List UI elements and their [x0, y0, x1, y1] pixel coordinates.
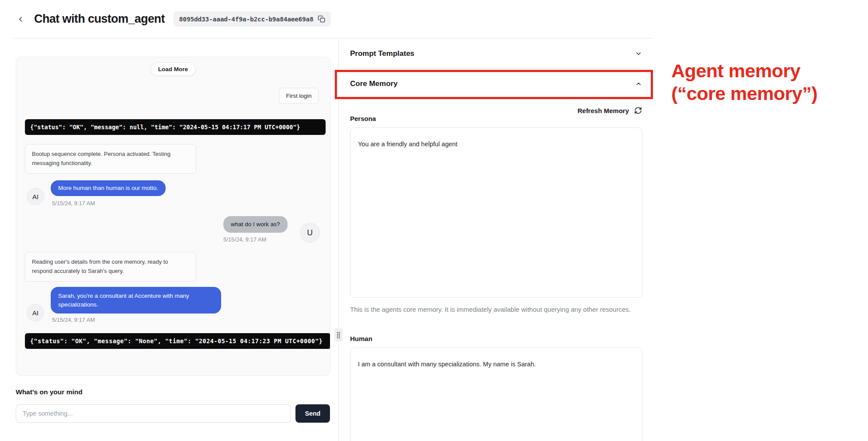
first-login-badge: First login — [279, 88, 319, 104]
ai-avatar: AI — [27, 304, 44, 321]
agent-id-badge: 8095dd33-aaad-4f9a-b2cc-b9a84aee69a8 — [174, 11, 331, 27]
core-memory-description: This is the agents core memory. It is im… — [350, 305, 632, 315]
agent-inner-monologue: Bootup sequence complete. Persona activa… — [25, 144, 196, 174]
human-textarea[interactable]: I am a consultant with many specializati… — [350, 348, 642, 441]
section-core-memory[interactable]: Core Memory — [339, 69, 653, 99]
chevron-up-icon — [635, 80, 642, 87]
load-more-button[interactable]: Load More — [150, 62, 196, 76]
annotation-line: Agent memory — [671, 59, 859, 82]
refresh-memory-label: Refresh Memory — [577, 107, 629, 114]
message-timestamp: 5/15/24, 9:17 AM — [223, 236, 266, 243]
human-label: Human — [350, 335, 642, 342]
user-avatar: U — [300, 223, 320, 243]
persona-label: Persona — [350, 115, 642, 122]
system-status-message: {"status": "OK", "message": null, "time"… — [25, 119, 326, 135]
refresh-memory-button[interactable]: Refresh Memory — [350, 107, 642, 114]
chat-history-card: Load More First login {"status": "OK", "… — [16, 57, 330, 376]
system-status-message: {"status": "OK", "message": "None", "tim… — [25, 333, 330, 349]
persona-textarea[interactable]: You are a friendly and helpful agent — [350, 127, 642, 298]
send-button[interactable]: Send — [295, 404, 330, 423]
message-timestamp: 5/15/24, 9:17 AM — [52, 317, 95, 323]
app-window: Chat with custom_agent 8095dd33-aaad-4f9… — [0, 0, 868, 441]
annotation-text: Agent memory (“core memory”) — [671, 59, 859, 105]
annotation-line: (“core memory”) — [671, 82, 859, 105]
header: Chat with custom_agent 8095dd33-aaad-4f9… — [0, 0, 653, 39]
back-button[interactable] — [13, 12, 28, 27]
message-input[interactable] — [16, 404, 291, 423]
chevron-down-icon — [635, 50, 642, 57]
refresh-icon — [634, 107, 642, 114]
agent-inner-monologue: Reading user's details from the core mem… — [25, 252, 196, 282]
section-title: Prompt Templates — [350, 49, 414, 58]
section-title: Core Memory — [350, 79, 398, 88]
user-message-bubble: what do I work as? — [223, 216, 288, 233]
composer-label: What's on your mind — [16, 388, 83, 396]
section-prompt-templates[interactable]: Prompt Templates — [339, 39, 653, 69]
agent-id: 8095dd33-aaad-4f9a-b2cc-b9a84aee69a8 — [179, 16, 313, 23]
page-title: Chat with custom_agent — [34, 12, 165, 26]
core-memory-body: Refresh Memory Persona You are a friendl… — [339, 107, 653, 441]
ai-avatar: AI — [27, 188, 44, 205]
ai-message-bubble: Sarah, you're a consultant at Accenture … — [51, 287, 221, 314]
copy-icon[interactable] — [318, 15, 325, 23]
ai-message-bubble: More human than human is our motto. — [51, 180, 166, 196]
message-timestamp: 5/15/24, 9:17 AM — [52, 200, 95, 207]
chevron-left-icon — [17, 15, 24, 23]
agent-config-panel: Prompt Templates Core Memory Refresh Mem… — [339, 39, 653, 441]
